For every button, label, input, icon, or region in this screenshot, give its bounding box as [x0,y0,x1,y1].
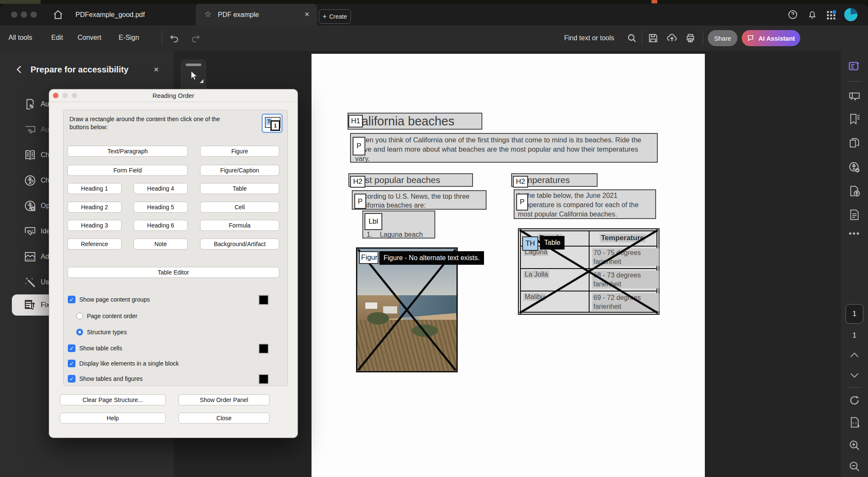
toolbar-drag-handle[interactable] [186,64,201,66]
print-icon[interactable] [685,33,696,44]
tagged-p-temperatures-block[interactable]: In the table below, the June 2021 temper… [514,189,656,219]
option-show-tables-figures[interactable]: ✓ Show tables and figures [68,375,142,383]
content-panel-icon[interactable] [848,208,861,221]
traffic-light-zoom[interactable] [31,11,37,18]
home-icon[interactable] [53,9,64,20]
radio-selected-icon[interactable] [76,329,83,336]
save-icon[interactable] [648,33,659,44]
zoom-out-icon[interactable] [848,460,861,473]
comments-icon[interactable] [848,90,861,103]
ai-assistant-panel-icon[interactable] [848,60,861,74]
show-order-panel-button[interactable]: Show Order Panel [178,394,270,405]
page-number-value: 1 [852,310,856,318]
button-heading-5[interactable]: Heading 5 [134,202,188,213]
help-button[interactable]: Help [60,413,166,424]
avatar[interactable] [844,8,857,21]
ai-chat-icon [747,34,755,42]
zoom-in-icon[interactable] [848,439,861,452]
close-button[interactable]: Close [178,413,270,424]
ai-assistant-button[interactable]: AI Assistant [742,30,800,46]
button-form-field[interactable]: Form Field [67,165,188,176]
accessibility-tags-icon[interactable] [848,185,861,197]
tagged-figure[interactable]: Figure Figure - No alternate text exists… [356,247,458,372]
button-heading-4[interactable]: Heading 4 [134,183,188,194]
share-button[interactable]: Share [708,30,737,46]
tab-inactive[interactable]: PDFexample_good.pdf [75,11,145,19]
radio-unselected-icon[interactable] [76,313,83,319]
option-structure-types[interactable]: Structure types [76,329,127,336]
lbl-badge: Lbl [364,213,382,230]
button-heading-2[interactable]: Heading 2 [67,202,122,213]
button-figure-caption[interactable]: Figure/Caption [200,165,279,176]
traffic-light-close[interactable] [11,11,17,18]
button-table[interactable]: Table [200,183,279,194]
apps-grid-icon[interactable] [826,10,837,21]
content-groups-color-swatch[interactable] [259,295,269,305]
undo-icon[interactable] [169,33,180,44]
find-label[interactable]: Find text or tools [564,34,614,42]
button-heading-6[interactable]: Heading 6 [134,220,188,231]
p-badge-intro: P [353,137,365,155]
checkbox-checked-icon[interactable]: ✓ [68,375,75,383]
checkbox-checked-icon[interactable]: ✓ [68,360,75,367]
menu-edit[interactable]: Edit [51,34,63,42]
button-table-editor[interactable]: Table Editor [67,267,279,278]
menu-convert[interactable]: Convert [78,34,101,42]
redo-icon[interactable] [190,33,201,44]
option-show-table-cells[interactable]: ✓ Show table cells [68,344,122,352]
panel-close-icon[interactable]: ✕ [153,66,159,74]
table-cells-color-swatch[interactable] [259,344,269,354]
figure-badge: Figure [359,251,378,264]
dialog-titlebar[interactable]: Reading Order [49,89,298,102]
button-heading-3[interactable]: Heading 3 [67,220,122,231]
option-page-content-order[interactable]: Page content order [76,313,137,319]
tagged-h1-block[interactable]: California beaches H1 [348,113,482,130]
accessibility-check-status-icon[interactable] [848,161,861,174]
upload-cloud-icon[interactable] [666,32,678,44]
menu-all-tools[interactable]: All tools [8,34,32,42]
menubar-divider [162,31,162,45]
help-icon[interactable] [787,9,798,20]
more-options-icon[interactable]: ••• [849,229,860,239]
option-display-like-elements[interactable]: ✓ Display like elements in a single bloc… [68,360,179,367]
rotate-page-icon[interactable] [848,394,861,407]
button-figure[interactable]: Figure [200,146,279,157]
tables-figures-color-swatch[interactable] [259,374,269,384]
page-thumbnails-icon[interactable] [848,136,861,149]
tagged-p-intro-block[interactable]: When you think of California one of the … [350,133,658,163]
button-heading-1[interactable]: Heading 1 [67,183,122,194]
previous-page-icon[interactable] [849,351,860,359]
back-icon[interactable] [14,64,25,75]
notifications-bell-icon[interactable] [807,9,818,20]
button-note[interactable]: Note [134,239,188,250]
button-text-paragraph[interactable]: Text/Paragraph [67,146,188,157]
create-button[interactable]: + Create [319,9,351,24]
tab-active[interactable]: ☆ PDF example ✕ [196,4,317,25]
select-cursor-icon[interactable] [189,70,199,81]
button-background-artifact[interactable]: Background/Artifact [200,239,279,250]
tagged-h2-popular-block[interactable]: Most popular beaches H2 [348,173,473,187]
next-page-icon[interactable] [849,371,860,380]
button-reference[interactable]: Reference [67,239,122,250]
menu-esign[interactable]: E-Sign [119,34,139,42]
tagged-list-block[interactable]: 1. Laguna beach 2. La Jolla 3. Malibu Lb… [362,211,435,239]
bookmarks-icon[interactable] [848,113,861,125]
tagged-p-popular-block[interactable]: According to U.S. News, the top three Ca… [352,190,487,210]
reading-order-icon [24,299,36,311]
option-show-page-content-groups[interactable]: ✓ Show page content groups [68,296,150,303]
tab-close-icon[interactable]: ✕ [304,11,310,18]
button-formula[interactable]: Formula [200,220,279,231]
traffic-light-minimize[interactable] [21,11,27,18]
star-icon[interactable]: ☆ [204,9,211,19]
checkbox-checked-icon[interactable]: ✓ [68,296,75,303]
h1-text: California beaches [353,114,454,128]
actual-size-icon[interactable]: 1:1 [848,416,861,429]
clear-page-structure-button[interactable]: Clear Page Structure... [60,394,166,405]
page-number-input[interactable]: 1 [846,304,863,324]
search-icon[interactable] [626,33,637,44]
tagged-h2-temperatures-block[interactable]: Temperatures H2 [511,173,598,187]
button-cell[interactable]: Cell [200,202,279,213]
checkbox-checked-icon[interactable]: ✓ [68,344,75,352]
tagged-table[interactable]: Beach Temperature Laguna 70 - 75 degrees… [518,228,659,315]
structure-tag-tool-button[interactable]: T 1 [262,114,283,133]
